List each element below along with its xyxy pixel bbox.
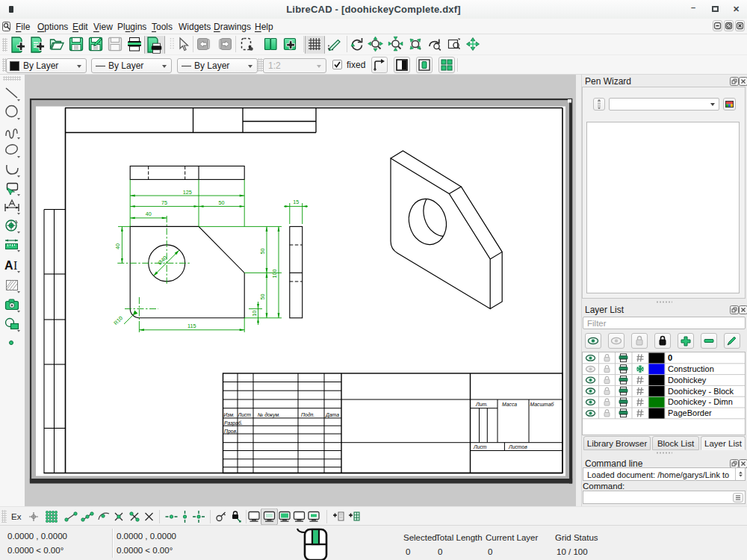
svg-text:15: 15 xyxy=(293,199,299,205)
svg-text:Дата: Дата xyxy=(325,412,339,418)
svg-text:Doohickey - Block: Doohickey - Block xyxy=(668,387,734,396)
svg-text:50: 50 xyxy=(219,199,225,206)
svg-text:№ докум.: № докум. xyxy=(258,412,280,418)
svg-text:75: 75 xyxy=(161,199,167,206)
svg-text:Подп.: Подп. xyxy=(301,412,314,417)
svg-text:Лист: Лист xyxy=(473,444,487,449)
svg-text:Ex: Ex xyxy=(11,512,22,521)
svg-text:Doohickey: Doohickey xyxy=(668,376,707,385)
svg-text:I: I xyxy=(13,259,17,272)
svg-text:Масштаб: Масштаб xyxy=(530,402,555,407)
svg-text:Изм.: Изм. xyxy=(224,412,235,417)
svg-text:0: 0 xyxy=(668,353,672,362)
svg-text:50: 50 xyxy=(259,294,266,300)
svg-text:Construction: Construction xyxy=(668,364,714,373)
svg-text:40: 40 xyxy=(114,243,121,249)
svg-text:Лист: Лист xyxy=(238,412,252,417)
svg-text:10: 10 xyxy=(251,311,258,317)
svg-text:Лит.: Лит. xyxy=(475,402,488,407)
svg-text:Пров.: Пров. xyxy=(224,429,238,435)
svg-text:50: 50 xyxy=(259,248,266,254)
svg-text:A: A xyxy=(4,259,13,272)
svg-text:Листов: Листов xyxy=(508,444,527,449)
svg-text:PageBorder: PageBorder xyxy=(668,408,712,417)
svg-text:115: 115 xyxy=(187,323,196,329)
svg-text:Разраб.: Разраб. xyxy=(224,420,243,426)
svg-text:Doohickey - Dimn: Doohickey - Dimn xyxy=(668,397,733,406)
svg-text:Масса: Масса xyxy=(502,402,517,407)
svg-text:125: 125 xyxy=(183,189,192,196)
svg-text:100: 100 xyxy=(271,270,278,279)
svg-text:40: 40 xyxy=(146,211,152,217)
